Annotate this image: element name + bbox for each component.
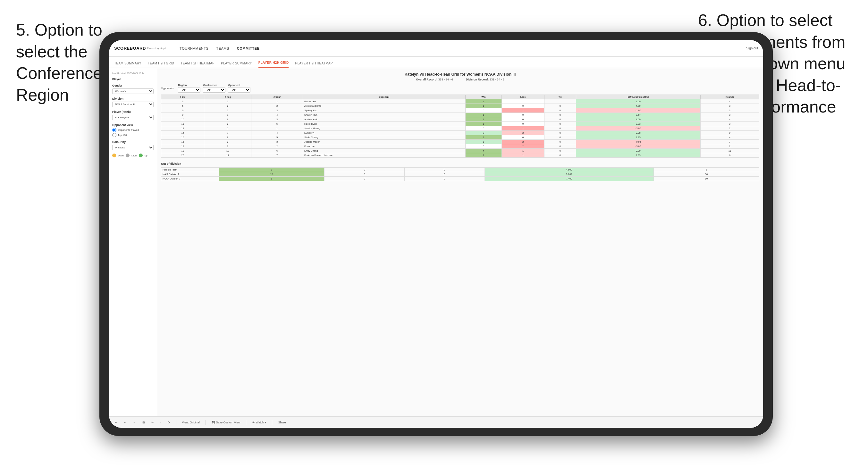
ood-cell-win: 15 [219,172,324,177]
color-dot-down [112,154,116,157]
cell-div: 18 [161,144,204,149]
cell-loss: 0 [502,135,544,140]
cell-loss: 2 [502,144,544,149]
color-dot-level [126,154,129,157]
cell-rounds: 3 [700,104,759,108]
cell-div: 6 [161,108,204,113]
cell-div: 19 [161,149,204,153]
cell-loss: 1 [502,126,544,131]
cell-tie: 0 [544,117,576,122]
conference-filter-select[interactable]: (All) [203,87,225,93]
opponent-filter-select[interactable]: (All) [228,87,250,93]
cell-win: 1 [465,113,502,117]
ood-cell-diff: 7.400 [485,177,653,181]
table-row: 5 2 2 Alexis Sudjianto 1 0 0 4.00 3 [161,104,759,108]
cell-tie: 0 [544,140,576,144]
cell-tie: 0 [544,135,576,140]
sign-out-button[interactable]: Sign out [746,46,758,50]
overall-record: Overall Record: 353 - 34 - 6 [416,78,453,81]
region-filter-group: Region (All) [178,84,200,93]
sub-nav-team-h2h-heatmap[interactable]: TEAM H2H HEATMAP [181,62,215,68]
cell-opponent: Eunice Yi [303,131,465,135]
division-select[interactable]: NCAA Division III [112,102,154,107]
bottom-toolbar: ↩ ← → ⊡ ✂ · ⟳ View: Original 💾 Save Cust… [109,416,763,428]
cell-opponent: Stella Cheng [303,135,465,140]
cell-tie: 0 [544,122,576,126]
cell-tie: 0 [544,153,576,158]
cell-win: 0 [465,144,502,149]
cell-reg: 3 [204,99,251,104]
cell-opponent: Euna Lee [303,144,465,149]
cell-div: 5 [161,104,204,108]
sub-nav-team-h2h-grid[interactable]: TEAM H2H GRID [148,62,174,68]
ood-cell-tie: 0 [404,168,485,172]
cell-win: 1 [465,99,502,104]
cell-reg: 11 [204,153,251,158]
cell-diff: -1.00 [576,108,700,113]
out-of-division-label: Out of division [161,162,759,165]
toolbar-forward[interactable]: → [131,420,138,425]
toolbar-dot[interactable]: · [158,420,163,425]
colour-by-select[interactable]: Win/loss [112,145,154,150]
sub-nav-team-summary[interactable]: TEAM SUMMARY [114,62,142,68]
cell-conf: 5 [251,122,303,126]
radio-top-100[interactable]: Top 100 [112,133,154,137]
col-header-rounds: Rounds [700,95,759,99]
cell-rounds: 2 [700,126,759,131]
cell-rounds: 4 [700,135,759,140]
cell-reg: 7 [204,131,251,135]
top-nav: SCOREBOARD Powered by clippd TOURNAMENTS… [109,40,763,57]
toolbar-watch[interactable]: 👁 Watch ▾ [250,420,268,425]
cell-conf: 2 [251,104,303,108]
sidebar-player-rank-label: Player (Rank) [112,110,154,114]
cell-div: 14 [161,131,204,135]
toolbar-view-original[interactable]: View: Original [180,420,202,425]
toolbar-cut[interactable]: ✂ [149,420,156,425]
ood-table-row: Foreign Team 1 0 0 4.500 2 [161,168,759,172]
cell-win: 2 [465,131,502,135]
table-row: 9 1 4 Sharon Mun 1 0 0 3.67 3 [161,113,759,117]
nav-item-committee[interactable]: COMMITTEE [237,46,260,50]
col-header-reg: # Reg [204,95,251,99]
sub-nav-player-h2h-heatmap[interactable]: PLAYER H2H HEATMAP [295,62,333,68]
region-filter-select[interactable]: (All) [178,87,200,93]
cell-reg: 8 [204,135,251,140]
radio-opponents-played[interactable]: Opponents Played [112,128,154,132]
sub-nav-player-summary[interactable]: PLAYER SUMMARY [221,62,252,68]
logo-text: SCOREBOARD [114,46,146,51]
toolbar-refresh[interactable]: ⟳ [166,420,172,425]
cell-rounds: 3 [700,108,759,113]
sub-nav-player-h2h-grid[interactable]: PLAYER H2H GRID [258,61,289,68]
cell-diff: -3.00 [576,126,700,131]
ood-table-row: NAIA Division 1 15 0 0 9.267 30 [161,172,759,177]
cell-tie: 0 [544,131,576,135]
nav-items: TOURNAMENTS TEAMS COMMITTEE [180,46,259,50]
toolbar-undo[interactable]: ↩ [113,420,119,425]
table-row: 20 11 7 Federica Domecq Lacroze 2 1 0 1.… [161,153,759,158]
cell-div: 15 [161,135,204,140]
cell-rounds: 6 [700,153,759,158]
nav-item-tournaments[interactable]: TOURNAMENTS [180,46,209,50]
nav-item-teams[interactable]: TEAMS [216,46,229,50]
cell-rounds: 2 [700,144,759,149]
cell-conf: 1 [251,126,303,131]
cell-tie: 0 [544,108,576,113]
toolbar-grid[interactable]: ⊡ [141,420,147,425]
cell-tie: 0 [544,149,576,153]
toolbar-save-custom[interactable]: 💾 Save Custom View [210,420,242,425]
player-rank-select[interactable]: 8. Katelyn Vo [112,115,154,120]
color-dot-up [139,154,143,157]
tablet-frame: SCOREBOARD Powered by clippd TOURNAMENTS… [99,32,773,436]
records-row: Overall Record: 353 - 34 - 6 Division Re… [161,78,759,81]
gender-select[interactable]: Women's [112,89,154,94]
cell-conf: 5 [251,135,303,140]
color-label-down: Down [118,155,124,157]
ood-cell-loss: 0 [324,177,405,181]
toolbar-share[interactable]: Share [276,420,288,425]
cell-loss: 0 [502,104,544,108]
main-table-body: 3 3 1 Esther Lee 1 1.50 4 5 2 2 Alexis S… [161,99,759,158]
cell-reg: 1 [204,126,251,131]
table-row: 11 2 5 Heejo Hyun 1 0 0 3.33 3 [161,122,759,126]
toolbar-back[interactable]: ← [122,420,129,425]
cell-div: 10 [161,117,204,122]
